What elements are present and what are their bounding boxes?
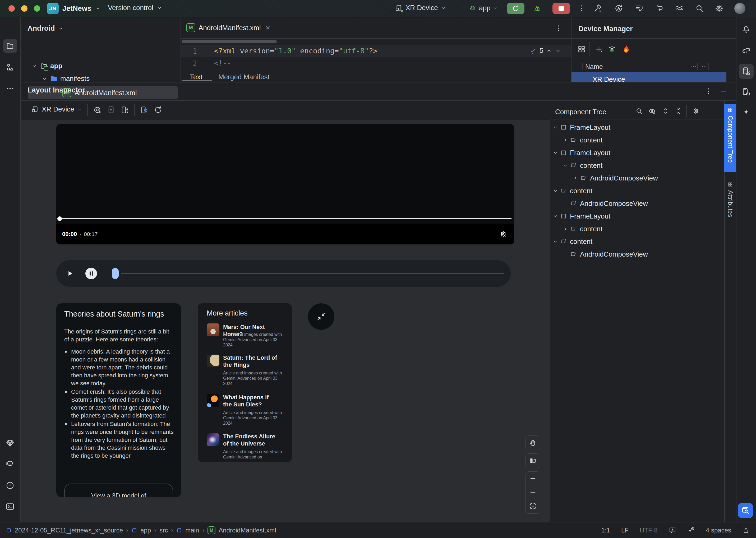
vcs-widget[interactable]: Version control (108, 4, 162, 12)
zoom-to-fit-button[interactable] (526, 499, 540, 513)
device-view-mode-button[interactable] (577, 45, 586, 53)
audio-slider-track[interactable] (121, 273, 504, 274)
column-header-dots[interactable]: ... (691, 61, 696, 69)
line-ending[interactable]: LF (621, 527, 629, 534)
layer-spacing-button[interactable] (121, 106, 129, 114)
tree-row[interactable]: AndroidComposeView (551, 197, 724, 210)
apply-changes-button[interactable] (656, 4, 664, 13)
prev-problem-icon[interactable] (546, 48, 552, 54)
breadcrumb-item[interactable]: AndroidManifest.xml (219, 527, 276, 534)
sync-button[interactable] (614, 4, 623, 13)
live-updates-button[interactable] (140, 106, 148, 114)
settings-button[interactable] (715, 4, 724, 13)
tree-row[interactable]: FrameLayout (551, 146, 724, 159)
zoom-in-button[interactable] (526, 472, 540, 485)
tool-window-layout-inspector-button[interactable] (738, 503, 753, 518)
tree-row[interactable]: content (551, 235, 724, 248)
device-selector[interactable]: XR Device (395, 4, 446, 12)
pause-button[interactable] (86, 268, 97, 279)
inspector-device-selector[interactable]: XR Device (31, 105, 82, 113)
breadcrumb-item[interactable]: app (141, 527, 151, 534)
layout-inspector-minimize-button[interactable] (720, 87, 727, 95)
tree-row[interactable]: content (551, 185, 724, 197)
build-analyzer-button[interactable] (635, 4, 644, 13)
close-icon[interactable]: × (266, 23, 270, 32)
breadcrumb-item[interactable]: src (159, 527, 168, 534)
pair-wifi-device-button[interactable] (608, 44, 616, 53)
tree-row[interactable]: content (551, 159, 724, 172)
tree-visibility-button[interactable] (648, 107, 656, 115)
tree-row[interactable]: FrameLayout (551, 121, 724, 134)
editor-scrollbar-thumb[interactable] (182, 40, 277, 43)
notifications-button[interactable] (741, 24, 756, 34)
column-header-name[interactable]: Name (585, 63, 603, 71)
ai-assistant-off-icon[interactable] (687, 527, 695, 534)
view-3d-model-button[interactable]: View a 3D model of (64, 484, 173, 497)
more-actions-button[interactable] (577, 4, 585, 12)
tool-window-gradle-button[interactable] (741, 45, 751, 56)
tool-window-app-quality-insights-button[interactable] (6, 439, 15, 448)
tree-minimize-button[interactable] (707, 107, 714, 115)
tree-row[interactable]: content (551, 223, 724, 235)
rerun-button[interactable] (507, 3, 524, 14)
breadcrumb-item[interactable]: 2024-12-05_RC11_jetnews_xr_source (15, 527, 123, 534)
play-icon[interactable] (66, 270, 74, 277)
unlock-icon[interactable] (742, 527, 750, 534)
audio-slider-thumb[interactable] (112, 268, 119, 279)
export-snapshot-button[interactable] (107, 106, 115, 114)
profiler-button[interactable] (675, 4, 684, 13)
refresh-button[interactable] (154, 106, 162, 114)
editor-tab-options-button[interactable] (554, 24, 562, 32)
video-progress-knob[interactable] (57, 216, 62, 221)
column-header-dots[interactable]: ... (702, 61, 707, 69)
next-problem-icon[interactable] (555, 48, 561, 54)
tool-window-problems-button[interactable] (6, 481, 15, 490)
tree-row[interactable]: FrameLayout (551, 210, 724, 223)
search-everywhere-button[interactable] (695, 4, 704, 13)
gemini-button[interactable] (742, 108, 750, 117)
more-tool-windows-button[interactable] (6, 84, 15, 93)
tool-window-resource-manager-button[interactable] (6, 63, 15, 72)
toggle-deep-inspect-button[interactable] (93, 106, 101, 114)
avatar[interactable] (734, 3, 745, 14)
code-line-2[interactable]: <!-- (214, 59, 231, 67)
tree-expand-all-button[interactable] (662, 107, 669, 115)
tree-item-manifests[interactable]: manifests (41, 75, 89, 83)
inspections-widget[interactable]: 5 (529, 46, 561, 55)
editor-current-line[interactable]: 1 <?xml version="1.0" encoding="utf-8"?>… (181, 45, 571, 57)
3d-mode-button[interactable] (526, 454, 540, 468)
tool-window-running-devices-button[interactable] (741, 87, 751, 97)
video-progress-track[interactable] (59, 218, 511, 219)
tree-row[interactable]: content (551, 134, 724, 146)
editor-tab-androidmanifest[interactable]: M AndroidManifest.xml × (186, 23, 270, 32)
layout-inspector-options-button[interactable] (705, 87, 713, 95)
breadcrumb-item[interactable]: main (185, 527, 199, 534)
audio-player[interactable] (56, 260, 511, 287)
add-device-button[interactable] (595, 45, 603, 53)
collapse-panel-fab[interactable] (308, 303, 334, 330)
project-widget[interactable]: JN JetNews (47, 3, 101, 14)
theories-card[interactable]: Theories about Saturn's rings The origin… (56, 303, 181, 497)
tree-item-app[interactable]: app (31, 62, 62, 70)
zoom-out-button[interactable] (526, 485, 540, 499)
inspector-canvas[interactable]: 00:00 · 00:17 Theories about Saturn's ri… (21, 120, 550, 522)
stop-button[interactable] (552, 3, 570, 14)
editor-line-2[interactable]: 2 <!-- (181, 57, 571, 69)
tool-window-terminal-button[interactable] (6, 502, 15, 511)
tool-window-device-manager-button[interactable] (739, 64, 754, 79)
tab-merged-manifest[interactable]: Merged Manifest (218, 73, 270, 81)
window-close-button[interactable] (9, 5, 15, 12)
firebase-devices-button[interactable] (621, 44, 631, 53)
tab-attributes[interactable]: Attributes (724, 179, 736, 237)
project-view-selector[interactable]: Android (28, 24, 64, 32)
debug-button[interactable] (533, 4, 542, 13)
tool-window-logcat-button[interactable] (6, 460, 15, 469)
pan-mode-button[interactable] (526, 436, 540, 450)
tree-collapse-all-button[interactable] (674, 107, 682, 115)
tab-component-tree[interactable]: Component Tree (724, 104, 736, 172)
tree-row[interactable]: AndroidComposeView (551, 248, 724, 260)
video-player[interactable]: 00:00 · 00:17 (56, 124, 514, 244)
run-config-selector[interactable]: app (468, 4, 498, 12)
code-line-1[interactable]: <?xml version="1.0" encoding="utf-8"?> (214, 47, 378, 55)
video-settings-button[interactable] (499, 230, 507, 238)
